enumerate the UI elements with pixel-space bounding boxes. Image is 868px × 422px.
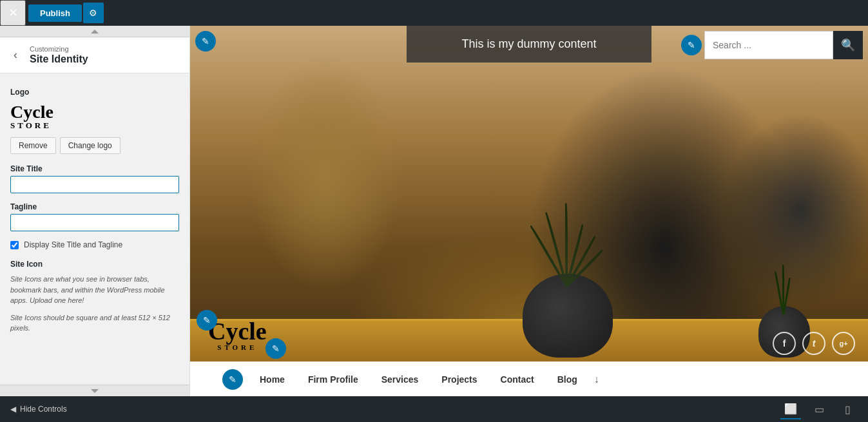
display-checkbox-row: Display Site Title and Tagline bbox=[10, 240, 179, 249]
sidebar-content: Logo CycleSTORE Remove Change logo Site … bbox=[0, 73, 189, 385]
edit-logo-bottom-button[interactable]: ✎ bbox=[265, 338, 286, 359]
sidebar-title: Site Identity bbox=[30, 53, 179, 65]
tablet-icon: ▭ bbox=[815, 403, 824, 416]
back-button[interactable]: ‹ bbox=[6, 46, 24, 64]
twitter-icon[interactable]: t bbox=[802, 332, 825, 355]
search-submit-button[interactable]: 🔍 bbox=[833, 31, 863, 59]
site-title-input[interactable] bbox=[10, 176, 179, 193]
nav-services[interactable]: Services bbox=[370, 362, 430, 397]
site-icon-label: Site Icon bbox=[10, 260, 179, 269]
edit-nav-button[interactable]: ✎ bbox=[222, 369, 243, 390]
search-icon: 🔍 bbox=[841, 38, 855, 52]
preview-nav: ✎ Home Firm Profile Services Projects Co… bbox=[190, 361, 868, 396]
site-icon-description-2: Site Icons should be square and at least… bbox=[10, 312, 179, 334]
change-logo-button[interactable]: Change logo bbox=[60, 137, 121, 154]
nav-blog[interactable]: Blog bbox=[546, 362, 589, 397]
display-checkbox-label[interactable]: Display Site Title and Tagline bbox=[24, 240, 122, 249]
dummy-content-overlay: This is my dummy content bbox=[407, 26, 651, 62]
edit-hero-button[interactable]: ✎ bbox=[195, 31, 216, 52]
tablet-view-button[interactable]: ▭ bbox=[809, 399, 829, 419]
edit-search-button[interactable]: ✎ bbox=[681, 35, 702, 55]
logo-preview: CycleSTORE bbox=[10, 103, 179, 129]
sidebar: ‹ Customizing Site Identity Logo CycleST… bbox=[0, 26, 190, 396]
mobile-icon: ▯ bbox=[845, 403, 851, 416]
preview-website: ✎ This is my dummy content ✎ 🔍 ✎ Cycle S… bbox=[190, 26, 868, 396]
preview-logo-cycle: Cycle bbox=[208, 319, 267, 343]
logo-section-label: Logo bbox=[10, 88, 179, 97]
edit-logo-top-button[interactable]: ✎ bbox=[197, 310, 217, 331]
mobile-view-button[interactable]: ▯ bbox=[837, 399, 858, 419]
hide-controls-arrow-icon: ◀ bbox=[10, 405, 16, 414]
top-bar: ✕ Publish ⚙ bbox=[0, 0, 868, 26]
hide-controls-button[interactable]: ◀ Hide Controls bbox=[10, 405, 67, 414]
preview-logo: ✎ Cycle STORE ✎ bbox=[208, 319, 267, 351]
google-plus-icon[interactable]: g+ bbox=[832, 332, 855, 355]
settings-gear-button[interactable]: ⚙ bbox=[83, 3, 104, 23]
nav-more-arrow[interactable]: ↓ bbox=[594, 374, 599, 385]
scroll-bottom-indicator[interactable] bbox=[0, 385, 189, 396]
display-checkbox[interactable] bbox=[10, 241, 19, 249]
social-icons: f t g+ bbox=[773, 332, 855, 355]
nav-projects[interactable]: Projects bbox=[430, 362, 488, 397]
search-input[interactable] bbox=[704, 31, 833, 59]
desktop-view-button[interactable]: ⬜ bbox=[780, 399, 801, 419]
remove-logo-button[interactable]: Remove bbox=[10, 137, 56, 154]
logo-buttons: Remove Change logo bbox=[10, 137, 179, 154]
nav-firm-profile[interactable]: Firm Profile bbox=[296, 362, 370, 397]
facebook-icon[interactable]: f bbox=[773, 332, 796, 355]
nav-home[interactable]: Home bbox=[248, 362, 296, 397]
center-plant bbox=[503, 177, 632, 358]
desktop-icon: ⬜ bbox=[784, 403, 797, 415]
hero-image: ✎ This is my dummy content ✎ 🔍 ✎ Cycle S… bbox=[190, 26, 868, 396]
site-title-label: Site Title bbox=[10, 164, 179, 173]
publish-button[interactable]: Publish bbox=[28, 5, 82, 22]
sidebar-header: ‹ Customizing Site Identity bbox=[0, 37, 189, 73]
close-button[interactable]: ✕ bbox=[0, 0, 26, 26]
logo-image: CycleSTORE bbox=[10, 103, 179, 129]
preview-area: ✎ This is my dummy content ✎ 🔍 ✎ Cycle S… bbox=[190, 26, 868, 396]
main-container: ‹ Customizing Site Identity Logo CycleST… bbox=[0, 26, 868, 396]
scroll-top-indicator[interactable] bbox=[0, 26, 189, 37]
hide-controls-label: Hide Controls bbox=[20, 405, 67, 414]
bottom-bar: ◀ Hide Controls ⬜ ▭ ▯ bbox=[0, 396, 868, 422]
tagline-label: Tagline bbox=[10, 202, 179, 211]
customizing-label: Customizing bbox=[30, 45, 179, 53]
site-icon-description-1: Site Icons are what you see in browser t… bbox=[10, 274, 179, 306]
preview-search-area: ✎ 🔍 bbox=[681, 31, 863, 59]
tagline-input[interactable] bbox=[10, 214, 179, 231]
nav-contact[interactable]: Contact bbox=[489, 362, 546, 397]
